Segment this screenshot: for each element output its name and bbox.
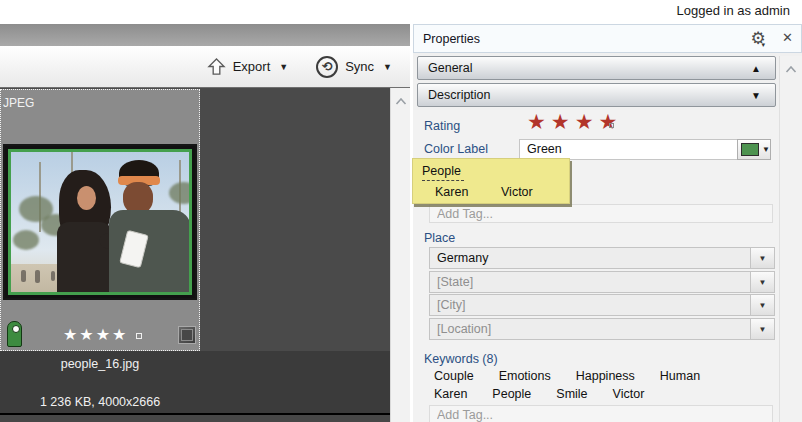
keyword-tag[interactable]: Human [660, 369, 700, 383]
sync-button[interactable]: Sync [345, 59, 374, 74]
rating-stars[interactable]: ★★★★ [527, 110, 622, 134]
description-section-body: Rating ★★★★ Color Label Green ▼ People K… [413, 110, 779, 422]
people-tag[interactable]: Karen [435, 185, 468, 199]
place-country-value: Germany [430, 251, 750, 265]
scroll-up-icon[interactable] [395, 94, 406, 108]
gear-caret-icon: ▾ [761, 41, 765, 53]
people-note-overlay[interactable]: People Karen Victor [412, 158, 570, 204]
place-state-value: [State] [430, 275, 750, 289]
section-description-label: Description [428, 88, 491, 102]
section-general-label: General [428, 61, 472, 75]
properties-header: Properties ⚙ ▾ ✕ [413, 24, 802, 53]
thumbnail-fileinfo: 1 236 KB, 4000x2666 [0, 395, 200, 409]
top-status-bar: Logged in as admin [0, 0, 802, 24]
rating-clear-box[interactable] [609, 123, 614, 128]
people-tag[interactable]: Victor [501, 185, 533, 199]
photo-thumbnail[interactable] [3, 144, 197, 300]
rating-label: Rating [424, 119, 460, 133]
swatch-caret-icon: ▼ [762, 145, 770, 154]
dropdown-caret-icon[interactable]: ▼ [750, 272, 774, 292]
green-swatch [741, 143, 759, 156]
add-tag-input-people[interactable] [429, 204, 773, 223]
keyword-tag[interactable]: Smile [556, 387, 587, 401]
photo-image [8, 149, 192, 295]
chevron-up-icon[interactable]: ▲ [751, 63, 761, 74]
thumbnail-status-row: ★★★★ [1, 320, 199, 352]
green-color-label-icon [7, 321, 22, 347]
dropdown-caret-icon[interactable]: ▼ [750, 248, 774, 268]
people-label[interactable]: People [422, 164, 464, 181]
scroll-up-icon[interactable] [786, 62, 797, 76]
rating-clear-box[interactable] [136, 333, 142, 339]
dropdown-caret-icon[interactable]: ▼ [750, 319, 774, 339]
color-label-field[interactable]: Green [519, 139, 737, 160]
sync-icon: ⟲ [316, 56, 338, 78]
place-location-dropdown[interactable]: [Location] ▼ [429, 318, 775, 340]
panel-title: Properties [423, 32, 480, 46]
place-country-dropdown[interactable]: Germany ▼ [429, 247, 775, 269]
thumbnail-caption-area: people_16.jpg 1 236 KB, 4000x2666 [0, 351, 390, 413]
thumbnail-cell-selected[interactable]: JPEG [0, 89, 200, 351]
properties-panel: Properties ⚙ ▾ ✕ General ▲ Description ▼… [413, 24, 802, 422]
export-button[interactable]: Export [233, 59, 271, 74]
browser-toolbar: Export ▼ ⟲ Sync ▼ [0, 46, 410, 88]
place-label: Place [424, 231, 455, 245]
browser-caption-band [0, 24, 410, 46]
thumbnail-browser: JPEG [0, 88, 410, 422]
keyword-tag[interactable]: Couple [434, 369, 474, 383]
thumbnail-rating-stars[interactable]: ★★★★ [63, 325, 128, 344]
keyword-tag[interactable]: Victor [613, 387, 645, 401]
keywords-row: Couple Emotions Happiness Human [434, 369, 700, 383]
close-icon[interactable]: ✕ [782, 30, 793, 45]
place-city-value: [City] [430, 298, 750, 312]
thumbnail-checkbox[interactable] [178, 326, 196, 344]
color-swatch-dropdown[interactable]: ▼ [737, 139, 771, 160]
section-description[interactable]: Description ▼ [417, 83, 776, 107]
export-dropdown-caret-icon[interactable]: ▼ [279, 62, 288, 72]
color-label-label: Color Label [424, 142, 488, 156]
keywords-label: Keywords (8) [424, 352, 498, 366]
browser-scrollbar[interactable] [390, 88, 410, 422]
sync-dropdown-caret-icon[interactable]: ▼ [383, 62, 392, 72]
app-window: Logged in as admin Export ▼ ⟲ Sync ▼ JPE… [0, 0, 802, 422]
place-city-dropdown[interactable]: [City] ▼ [429, 294, 775, 316]
keyword-tag[interactable]: Karen [434, 387, 467, 401]
logged-in-status: Logged in as admin [677, 3, 790, 18]
keyword-tag[interactable]: People [492, 387, 531, 401]
place-state-dropdown[interactable]: [State] ▼ [429, 271, 775, 293]
section-general[interactable]: General ▲ [417, 56, 776, 80]
dropdown-caret-icon[interactable]: ▼ [750, 295, 774, 315]
chevron-down-icon[interactable]: ▼ [751, 90, 761, 101]
format-badge: JPEG [3, 96, 34, 110]
gear-icon[interactable]: ⚙ [747, 29, 769, 49]
keyword-tag[interactable]: Happiness [576, 369, 635, 383]
keywords-row: Karen People Smile Victor [434, 387, 644, 401]
place-location-value: [Location] [430, 322, 750, 336]
export-icon [207, 58, 226, 76]
thumbnail-filename: people_16.jpg [0, 357, 200, 371]
add-tag-input-keywords[interactable] [429, 405, 773, 422]
keyword-tag[interactable]: Emotions [499, 369, 551, 383]
panel-scrollbar[interactable] [779, 56, 802, 422]
browser-bottom-strip [0, 415, 390, 422]
